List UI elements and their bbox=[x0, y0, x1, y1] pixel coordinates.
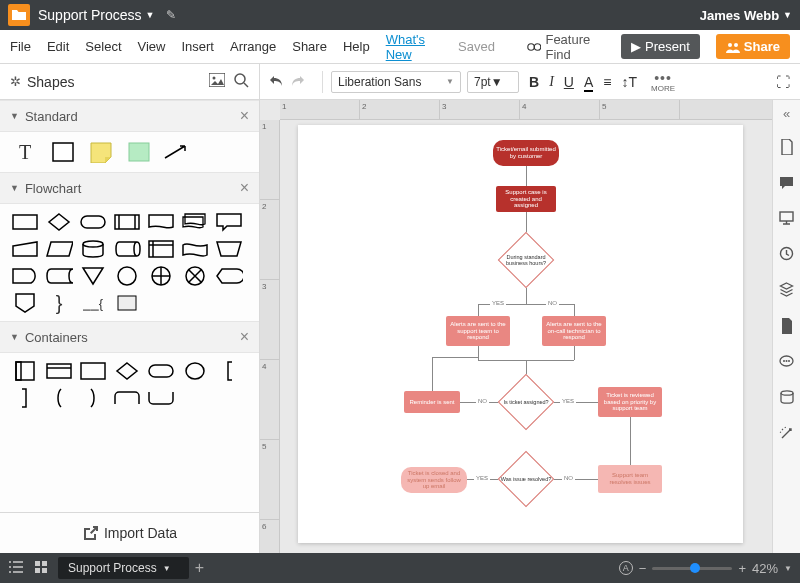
folder-icon[interactable] bbox=[8, 4, 30, 26]
close-icon[interactable]: × bbox=[240, 179, 249, 197]
menu-edit[interactable]: Edit bbox=[47, 39, 69, 54]
image-icon[interactable] bbox=[209, 73, 225, 90]
shape-or[interactable] bbox=[146, 264, 176, 288]
zoom-out-button[interactable]: − bbox=[639, 561, 647, 576]
menu-file[interactable]: File bbox=[10, 39, 31, 54]
shape-predefined[interactable] bbox=[112, 210, 142, 234]
node-assigned[interactable]: Is ticket assigned? bbox=[498, 374, 554, 430]
shape-delay[interactable] bbox=[10, 264, 40, 288]
shape-process[interactable] bbox=[10, 210, 40, 234]
grid-icon[interactable] bbox=[34, 560, 48, 577]
share-button[interactable]: Share bbox=[716, 34, 790, 59]
shape-square[interactable] bbox=[48, 140, 78, 164]
container-rect-tab[interactable] bbox=[10, 359, 40, 383]
node-closed[interactable]: Ticket is closed and system sends follow… bbox=[401, 467, 467, 493]
feature-find[interactable]: Feature Find bbox=[527, 32, 605, 62]
container-paren-l[interactable] bbox=[44, 386, 74, 410]
node-support-resolves[interactable]: Support team resolves issues bbox=[598, 465, 662, 493]
align-button[interactable]: ≡ bbox=[603, 74, 611, 90]
shape-note2[interactable] bbox=[112, 291, 142, 315]
shape-text[interactable]: T bbox=[10, 140, 40, 164]
node-reminder[interactable]: Reminder is sent bbox=[404, 391, 460, 413]
close-icon[interactable]: × bbox=[240, 328, 249, 346]
node-reviewed[interactable]: Ticket is reviewed based on priority by … bbox=[598, 387, 662, 417]
title-dropdown-icon[interactable]: ▼ bbox=[146, 10, 155, 20]
shape-papertape[interactable] bbox=[180, 237, 210, 261]
zoom-slider[interactable] bbox=[652, 567, 732, 570]
section-containers[interactable]: ▼ Containers × bbox=[0, 321, 259, 353]
node-start[interactable]: Ticket/email submitted by customer bbox=[493, 140, 559, 166]
rename-icon[interactable]: ✎ bbox=[166, 8, 176, 22]
bold-button[interactable]: B bbox=[529, 74, 539, 90]
outline-icon[interactable] bbox=[8, 560, 24, 577]
text-color-button[interactable]: A bbox=[584, 74, 593, 90]
user-name[interactable]: James Webb bbox=[700, 8, 779, 23]
shape-note[interactable] bbox=[86, 140, 116, 164]
node-hours[interactable]: During standard business hours? bbox=[498, 232, 554, 288]
shape-callout[interactable] bbox=[214, 210, 244, 234]
italic-button[interactable]: I bbox=[549, 74, 554, 90]
chevron-down-icon[interactable]: ▼ bbox=[784, 564, 792, 573]
user-dropdown-icon[interactable]: ▼ bbox=[783, 10, 792, 20]
shape-arrow[interactable] bbox=[162, 140, 192, 164]
menu-whatsnew[interactable]: What's New bbox=[386, 32, 442, 62]
container-round-top[interactable] bbox=[112, 386, 142, 410]
zoom-in-button[interactable]: + bbox=[738, 561, 746, 576]
shape-merge[interactable] bbox=[78, 264, 108, 288]
layers-icon[interactable] bbox=[779, 282, 794, 300]
menu-select[interactable]: Select bbox=[85, 39, 121, 54]
container-round-bottom[interactable] bbox=[146, 386, 176, 410]
font-select[interactable]: Liberation Sans ▼ bbox=[331, 71, 461, 93]
menu-help[interactable]: Help bbox=[343, 39, 370, 54]
shape-internal-storage[interactable] bbox=[146, 237, 176, 261]
container-bracket-r[interactable] bbox=[10, 386, 40, 410]
shape-connector[interactable] bbox=[112, 264, 142, 288]
shape-database[interactable] bbox=[78, 237, 108, 261]
shape-manual-op[interactable] bbox=[214, 237, 244, 261]
menu-view[interactable]: View bbox=[138, 39, 166, 54]
zoom-value[interactable]: 42% bbox=[752, 561, 778, 576]
canvas[interactable]: 12345 123456 Ticket/email submitted by c… bbox=[260, 100, 800, 553]
container-paren-r[interactable] bbox=[78, 386, 108, 410]
history-icon[interactable] bbox=[779, 246, 794, 264]
menu-share[interactable]: Share bbox=[292, 39, 327, 54]
node-alerts-team[interactable]: Alerts are sent to the support team to r… bbox=[446, 316, 510, 346]
search-icon[interactable] bbox=[233, 72, 249, 91]
undo-icon[interactable] bbox=[268, 73, 284, 90]
shapes-settings-icon[interactable]: ✲ bbox=[10, 74, 21, 89]
zoom-fit-icon[interactable]: A bbox=[619, 561, 633, 575]
shape-display[interactable] bbox=[214, 264, 244, 288]
shape-brace-note[interactable]: ⎯⎯{ bbox=[78, 291, 108, 315]
close-icon[interactable]: × bbox=[240, 107, 249, 125]
more-button[interactable]: ••• MORE bbox=[651, 71, 675, 93]
container-rect[interactable] bbox=[78, 359, 108, 383]
comment-icon[interactable] bbox=[779, 176, 794, 193]
font-size-select[interactable]: 7pt ▼ bbox=[467, 71, 519, 93]
collapse-icon[interactable]: « bbox=[783, 106, 790, 121]
doc-title[interactable]: Support Process bbox=[38, 7, 142, 23]
shape-offpage[interactable] bbox=[10, 291, 40, 315]
add-page-button[interactable]: + bbox=[195, 559, 204, 577]
page-tab[interactable]: Support Process ▼ bbox=[58, 557, 189, 579]
shape-data[interactable] bbox=[44, 237, 74, 261]
present-icon[interactable] bbox=[779, 211, 794, 228]
menu-arrange[interactable]: Arrange bbox=[230, 39, 276, 54]
line-spacing-button[interactable]: ↕T bbox=[621, 74, 637, 90]
redo-icon[interactable] bbox=[290, 73, 306, 90]
node-case[interactable]: Support case is created and assigned bbox=[496, 186, 556, 212]
container-pill[interactable] bbox=[146, 359, 176, 383]
data-icon[interactable] bbox=[780, 390, 794, 408]
chat-icon[interactable] bbox=[779, 355, 794, 372]
page[interactable]: Ticket/email submitted by customer Suppo… bbox=[298, 125, 743, 543]
section-standard[interactable]: ▼ Standard × bbox=[0, 100, 259, 132]
menu-insert[interactable]: Insert bbox=[181, 39, 214, 54]
container-circle[interactable] bbox=[180, 359, 210, 383]
node-alerts-oncall[interactable]: Alerts are sent to the on-call technicia… bbox=[542, 316, 606, 346]
underline-button[interactable]: U bbox=[564, 74, 574, 90]
master-icon[interactable] bbox=[780, 318, 794, 337]
shape-manual-input[interactable] bbox=[10, 237, 40, 261]
shape-decision[interactable] bbox=[44, 210, 74, 234]
fullscreen-icon[interactable]: ⛶ bbox=[776, 74, 790, 90]
shape-direct-data[interactable] bbox=[112, 237, 142, 261]
shape-block[interactable] bbox=[124, 140, 154, 164]
